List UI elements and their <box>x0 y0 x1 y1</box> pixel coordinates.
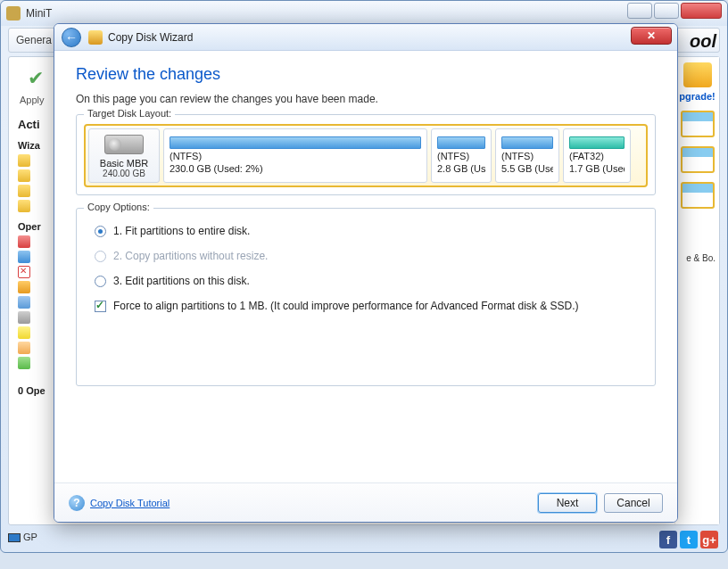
disk-size: 240.00 GB <box>103 169 145 178</box>
option-label: 2. Copy partitions without resize. <box>113 250 268 262</box>
main-maximize-button[interactable] <box>654 3 679 19</box>
toolbar-tab-general[interactable]: Genera <box>16 34 52 46</box>
dialog-body: Review the changes On this page you can … <box>54 51 677 482</box>
partition-cell[interactable]: (NTFS)5.5 GB (Used: <box>495 128 559 183</box>
social-links: f t g+ <box>659 531 718 548</box>
dialog-heading: Review the changes <box>76 65 656 84</box>
radio-icon[interactable] <box>95 276 106 287</box>
disk-thumb[interactable] <box>681 111 715 137</box>
partition-fs: (NTFS) <box>437 151 485 162</box>
force-align-checkbox[interactable] <box>95 301 106 312</box>
disk-icon <box>104 135 144 154</box>
partition-fs: (NTFS) <box>501 151 553 162</box>
options-legend: Copy Options: <box>84 202 153 212</box>
main-titlebar: MiniT <box>1 1 727 26</box>
radio-icon[interactable] <box>95 226 106 237</box>
copy-option-3[interactable]: 3. Edit partitions on this disk. <box>95 275 642 287</box>
copy-disk-wizard-dialog: ← Copy Disk Wizard ✕ Review the changes … <box>54 23 678 523</box>
partition-fs: (NTFS) <box>170 151 421 162</box>
cancel-button[interactable]: Cancel <box>604 493 663 513</box>
app-title: MiniT <box>26 7 52 20</box>
cart-icon[interactable] <box>683 62 712 87</box>
layout-legend: Target Disk Layout: <box>84 108 175 119</box>
right-strip: pgrade! e & Bo. <box>674 57 719 524</box>
partition-info: 5.5 GB (Used: <box>501 163 553 175</box>
dialog-titlebar: ← Copy Disk Wizard ✕ <box>54 24 677 51</box>
partition-info: 2.8 GB (Used: <box>437 163 485 175</box>
next-button[interactable]: Next <box>538 493 597 513</box>
tutorial-link[interactable]: Copy Disk Tutorial <box>90 498 170 508</box>
apply-icon[interactable]: ✔ <box>21 64 50 93</box>
dialog-close-button[interactable]: ✕ <box>631 27 672 45</box>
copy-option-1[interactable]: 1. Fit partitions to entire disk. <box>95 225 642 237</box>
help-icon: ? <box>69 495 85 511</box>
partition-bar <box>437 136 485 149</box>
legend-bar: GP <box>8 527 720 547</box>
partition-cell[interactable]: (NTFS)2.8 GB (Used: <box>431 128 492 183</box>
partition-bar <box>170 136 421 149</box>
disk-header-cell[interactable]: Basic MBR 240.00 GB <box>88 128 160 183</box>
legend-gpt: GP <box>23 532 37 542</box>
partition-bar <box>501 136 553 149</box>
partition-bar <box>569 136 625 149</box>
copy-option-2: 2. Copy partitions without resize. <box>95 250 642 262</box>
partition-info: 1.7 GB (Used: <box>569 163 625 175</box>
upgrade-link[interactable]: pgrade! <box>679 91 716 102</box>
dialog-footer: ? Copy Disk Tutorial Next Cancel <box>54 482 677 522</box>
copy-options-group: Copy Options: 1. Fit partitions to entir… <box>76 208 656 386</box>
googleplus-icon[interactable]: g+ <box>700 531 718 548</box>
force-align-option[interactable]: Force to align partitions to 1 MB. (It c… <box>95 300 642 312</box>
facebook-icon[interactable]: f <box>659 531 677 548</box>
option-label: 3. Edit partitions on this disk. <box>113 275 250 287</box>
dialog-title: Copy Disk Wizard <box>108 31 193 44</box>
radio-icon <box>95 251 106 262</box>
back-button[interactable]: ← <box>62 28 81 47</box>
main-close-button[interactable] <box>681 3 722 19</box>
right-col-text: e & Bo. <box>679 253 716 263</box>
partition-cell[interactable]: (FAT32)1.7 GB (Used: <box>563 128 631 183</box>
dialog-description: On this page you can review the changes … <box>76 93 656 105</box>
target-disk-layout-group: Target Disk Layout: Basic MBR 240.00 GB … <box>76 114 656 195</box>
disk-thumb[interactable] <box>681 182 715 209</box>
app-icon <box>6 6 21 21</box>
help-link[interactable]: ? Copy Disk Tutorial <box>69 495 170 511</box>
partition-fs: (FAT32) <box>569 151 625 162</box>
twitter-icon[interactable]: t <box>680 531 698 548</box>
force-align-label: Force to align partitions to 1 MB. (It c… <box>113 300 579 312</box>
disk-type: Basic MBR <box>100 158 148 169</box>
main-minimize-button[interactable] <box>627 3 652 19</box>
partition-info: 230.0 GB (Used: 2%) <box>170 163 421 175</box>
wizard-icon <box>88 30 103 45</box>
brand-logo: ool <box>690 31 716 52</box>
disk-layout-row: Basic MBR 240.00 GB (NTFS)230.0 GB (Used… <box>84 124 648 187</box>
option-label: 1. Fit partitions to entire disk. <box>113 225 250 237</box>
partition-cell[interactable]: (NTFS)230.0 GB (Used: 2%) <box>163 128 427 183</box>
disk-thumb[interactable] <box>681 146 715 173</box>
